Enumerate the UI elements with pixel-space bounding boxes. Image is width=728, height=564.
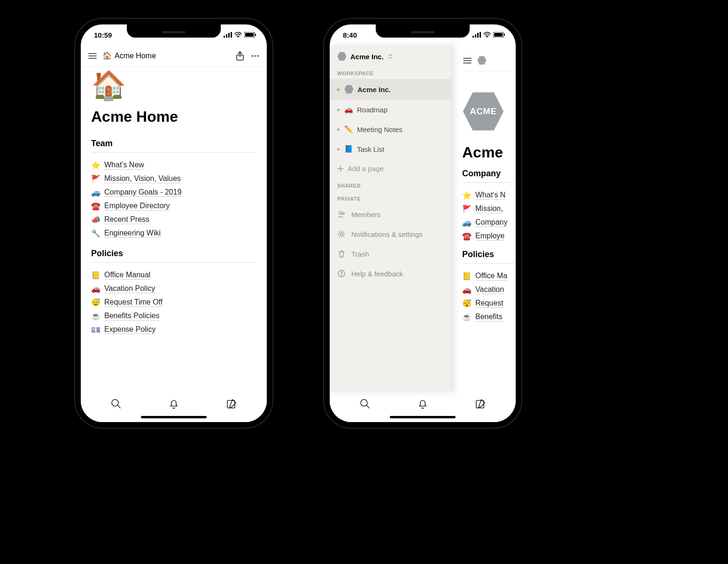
share-icon[interactable] [235,51,245,61]
breadcrumb-emoji: 🏠 [102,51,112,60]
cellular-icon [224,32,232,38]
disclosure-icon[interactable]: ▶ [337,147,341,151]
link-item[interactable]: ☎️Employe [462,229,521,243]
link-mission[interactable]: 🚩Mission, Vision, Values [91,172,256,186]
svg-point-30 [340,233,343,235]
svg-point-12 [251,55,253,56]
svg-rect-24 [494,33,503,37]
svg-line-16 [117,405,120,408]
svg-rect-1 [226,34,227,38]
link-vacation[interactable]: 🚗Vacation Policy [91,282,256,296]
cellular-icon [472,32,481,38]
sidebar-item-acme[interactable]: ▶ Acme Inc. [330,79,451,100]
sidebar-settings[interactable]: Notifications & settings [330,224,451,244]
sidebar-item-roadmap[interactable]: ▶ 🚗 Roadmap [330,100,451,119]
svg-rect-18 [472,36,474,38]
link-item[interactable]: 📒Office Ma [462,269,521,283]
link-press[interactable]: 📣Recent Press [91,213,256,227]
search-icon[interactable] [359,398,371,409]
help-icon [337,269,346,278]
menu-icon[interactable] [87,51,98,61]
link-item[interactable]: 🚩Mission, [462,202,521,216]
svg-point-32 [341,275,341,276]
sidebar-item-task-list[interactable]: ▶ 📘 Task List [330,139,451,159]
phone-notch [127,24,221,38]
link-goals[interactable]: 🚙Company Goals - 2019 [91,186,256,199]
svg-rect-7 [255,34,256,36]
svg-point-28 [339,212,342,214]
disclosure-icon[interactable]: ▶ [337,107,341,112]
svg-rect-6 [245,33,254,37]
page-content-peek: ACME Acme Company ⭐What's N 🚩Mission, 🚙C… [452,45,521,392]
link-item[interactable]: 😴Request [462,297,521,310]
notifications-icon[interactable] [417,398,428,409]
link-whats-new[interactable]: ⭐What's New [91,158,256,172]
compose-icon[interactable] [226,398,237,409]
status-icons [224,32,256,38]
link-item[interactable]: ☕Benefits [462,310,521,324]
menu-icon[interactable] [462,55,472,66]
sidebar-section-private: PRIVATE [330,191,451,204]
page-title: Acme [462,144,521,161]
gear-icon [337,230,346,238]
page-breadcrumb[interactable]: 🏠 Acme Home [102,51,230,60]
page-emoji: 🏠 [91,71,256,100]
workspace-logo-icon [337,52,347,61]
battery-icon [493,32,505,38]
svg-rect-25 [504,34,505,36]
wifi-icon [234,32,242,38]
disclosure-icon[interactable]: ▶ [337,127,341,132]
sidebar-members[interactable]: Members [330,204,451,224]
wifi-icon [483,32,491,38]
workspace-name: Acme Inc. [350,53,384,61]
page-content: 🏠 Acme Home Team ⭐What's New 🚩Mission, V… [81,67,267,392]
home-indicator [141,416,207,418]
link-directory[interactable]: ☎️Employee Directory [91,199,256,213]
link-wiki[interactable]: 🔧Engineering Wiki [91,227,256,240]
svg-rect-0 [224,36,225,38]
svg-rect-2 [228,33,230,38]
section-heading-team: Team [91,139,256,149]
trash-icon [337,250,346,258]
link-expense[interactable]: 💷Expense Policy [91,323,256,337]
sidebar-trash[interactable]: Trash [330,244,451,264]
link-item[interactable]: 🚙Company [462,216,521,229]
home-indicator [390,416,456,418]
svg-rect-3 [231,32,232,38]
link-item[interactable]: ⭐What's N [462,188,521,202]
link-item[interactable]: 🚗Vacation [462,283,521,297]
plus-icon [337,165,344,172]
svg-rect-19 [475,34,476,38]
svg-rect-21 [480,32,481,38]
link-office-manual[interactable]: 📒Office Manual [91,268,256,282]
phone-frame-right: 8:40 Acme Inc. WORKSPACE ▶ Acme Inc. ▶ 🚗… [324,19,521,428]
breadcrumb-logo-icon [477,56,487,65]
search-icon[interactable] [110,398,122,409]
top-bar: 🏠 Acme Home [81,45,267,67]
divider [91,152,256,153]
svg-point-22 [487,37,488,38]
members-icon [337,210,346,219]
sidebar-help[interactable]: Help & feedback [330,264,451,283]
notifications-icon[interactable] [168,398,179,409]
status-time: 10:59 [94,31,112,39]
disclosure-icon[interactable]: ▶ [337,87,341,92]
svg-point-4 [238,37,239,38]
more-icon[interactable] [250,51,260,61]
sidebar-section-workspace: WORKSPACE [330,66,451,79]
svg-line-37 [366,405,369,408]
svg-point-14 [257,55,258,56]
section-heading-policies: Policies [462,250,521,259]
link-benefits[interactable]: ☕Benefits Policies [91,309,256,323]
sidebar-add-page[interactable]: Add a page [330,159,451,178]
battery-icon [244,32,256,38]
link-time-off[interactable]: 😴Request Time Off [91,296,256,309]
svg-point-29 [342,212,344,214]
workspace-switcher[interactable]: Acme Inc. [330,45,451,66]
compose-icon[interactable] [475,398,486,409]
section-heading-policies: Policies [91,249,256,258]
chevron-up-down-icon [387,54,393,59]
divider [462,263,521,264]
sidebar-item-meeting-notes[interactable]: ▶ ✏️ Meeting Notes [330,119,451,139]
phone-frame-left: 10:59 🏠 Acme Home 🏠 Acme Home Team ⭐What… [75,19,272,428]
